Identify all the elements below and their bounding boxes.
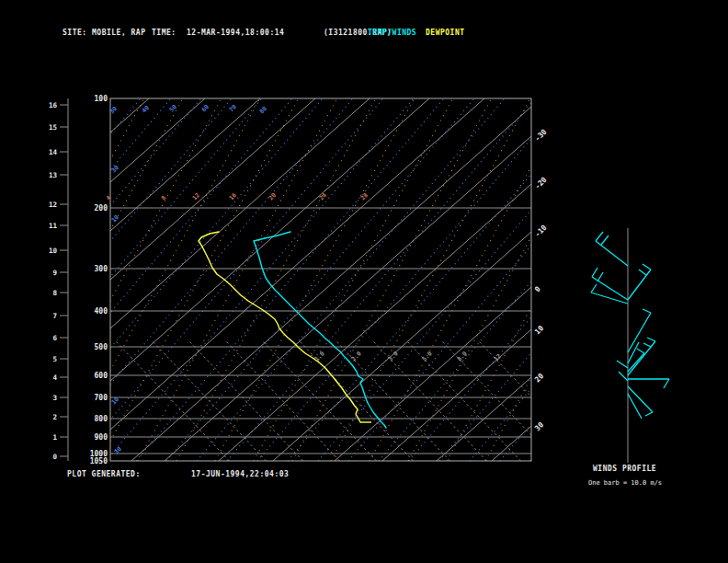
pressure-label: 700	[95, 394, 108, 402]
dry-adiabat-line	[197, 98, 505, 461]
wind-barb	[643, 343, 651, 347]
wind-barb	[617, 361, 628, 368]
dry-adiabat-line	[439, 98, 728, 461]
winds-profile-title: WINDS PROFILE	[593, 465, 656, 473]
height-tick-label: 11	[49, 222, 58, 230]
height-tick-label: 14	[49, 148, 58, 156]
dry-adiabat-label: 10	[110, 213, 120, 224]
moist-adiabat-line	[215, 98, 415, 461]
isotherm-line	[110, 98, 484, 430]
wind-barb	[596, 241, 628, 266]
right-temp-label: 30	[533, 420, 545, 432]
height-tick-label: 12	[49, 201, 57, 209]
height-tick-label: 0	[52, 453, 57, 461]
wind-barb	[643, 309, 651, 313]
dry-adiabat-label: 50	[168, 103, 178, 113]
moist-adiabat-line	[0, 98, 144, 461]
moist-adiabat-label: 20	[267, 191, 278, 201]
height-tick-label: 7	[52, 312, 57, 320]
dry-adiabat-label: 30	[108, 105, 119, 115]
pressure-label: 800	[95, 415, 108, 423]
height-tick-label: 3	[52, 394, 57, 402]
winds-profile-caption: One barb = 10.0 m/s	[588, 479, 662, 487]
wind-barb	[664, 379, 669, 388]
dry-adiabat-line	[257, 98, 565, 461]
right-temp-label: 10	[533, 324, 545, 336]
dry-adiabat-line	[530, 98, 728, 461]
dry-adiabat-line	[227, 98, 535, 461]
wind-barb	[628, 313, 651, 352]
wind-barb	[596, 232, 603, 241]
plot-generated-value: 17-JUN-1994,22:04:03	[191, 470, 289, 478]
height-tick-label: 9	[52, 269, 57, 277]
right-temp-label: -30	[533, 128, 549, 144]
dry-adiabat-line	[0, 98, 292, 461]
isotherm-line	[165, 136, 531, 461]
pressure-label: 200	[95, 204, 108, 213]
wind-barb	[628, 394, 642, 419]
dry-adiabat-label: 70	[228, 103, 238, 113]
moist-adiabat-line	[370, 98, 569, 461]
height-tick-label: 16	[49, 101, 58, 109]
wind-barb	[628, 270, 651, 300]
mixing-ratio-label: 12	[493, 352, 503, 362]
moist-adiabat-line	[176, 98, 376, 461]
pressure-label: 600	[95, 372, 108, 380]
dry-adiabat-line	[0, 98, 232, 461]
isotherm-line	[110, 98, 260, 231]
dry-adiabat-line	[409, 98, 717, 461]
moist-adiabat-line	[331, 98, 530, 461]
wind-barb	[628, 353, 644, 372]
moist-adiabat-label: 8	[160, 194, 167, 201]
height-tick-label: 15	[49, 123, 57, 132]
pressure-label: 400	[95, 307, 108, 316]
dry-adiabat-line	[166, 98, 474, 461]
dry-adiabat-line	[0, 98, 201, 461]
right-temp-label: -10	[533, 224, 549, 239]
height-tick-label: 5	[52, 355, 57, 363]
dry-adiabat-line	[15, 98, 323, 461]
wind-barb	[645, 412, 653, 416]
mixing-ratio-line	[188, 340, 302, 461]
top-temp-label: -40	[0, 0, 14, 2]
isotherm-line	[110, 98, 205, 182]
dry-adiabat-label: 30	[110, 164, 120, 174]
pressure-label: 100	[95, 95, 108, 103]
moist-adiabat-line	[447, 98, 646, 461]
height-tick-label: 6	[52, 334, 57, 342]
dry-adiabat-line	[500, 98, 728, 461]
mixing-ratio-label: 1.0	[313, 350, 326, 362]
wind-barb	[643, 264, 651, 270]
wind-barb	[592, 268, 597, 277]
wind-barb	[628, 342, 639, 363]
moist-adiabat-line	[408, 98, 608, 461]
dry-adiabat-line	[136, 98, 444, 461]
dry-adiabat-line	[0, 98, 141, 461]
height-tick-label: 8	[52, 289, 57, 297]
mixing-ratio-label: 5.0	[421, 350, 434, 362]
plot-border	[110, 98, 531, 461]
dry-adiabat-label: 30	[113, 445, 123, 455]
dry-adiabat-label: 80	[258, 105, 268, 115]
wind-barb	[619, 372, 628, 381]
right-temp-label: 20	[533, 372, 545, 384]
height-tick-label: 4	[52, 373, 57, 382]
dry-adiabat-line	[0, 98, 262, 461]
isotherm-line	[492, 426, 531, 461]
isotherm-line	[219, 184, 531, 461]
dry-adiabat-line	[348, 98, 656, 461]
pressure-label: 900	[95, 433, 108, 442]
plot-generated-label: PLOT GENERATED:	[67, 470, 141, 478]
wind-barb	[647, 338, 655, 341]
height-tick-label: 13	[49, 171, 58, 179]
moist-adiabat-line	[61, 98, 260, 461]
wind-barb	[592, 277, 628, 300]
pressure-label: 300	[95, 265, 108, 273]
isotherm-line	[110, 98, 149, 132]
height-tick-label: 10	[49, 247, 58, 255]
grid-mesh	[0, 98, 728, 461]
moist-adiabat-line	[292, 98, 492, 461]
dry-adiabat-line	[379, 98, 687, 461]
moist-adiabat-label: 16	[228, 191, 238, 201]
right-temp-label: -20	[533, 176, 549, 191]
